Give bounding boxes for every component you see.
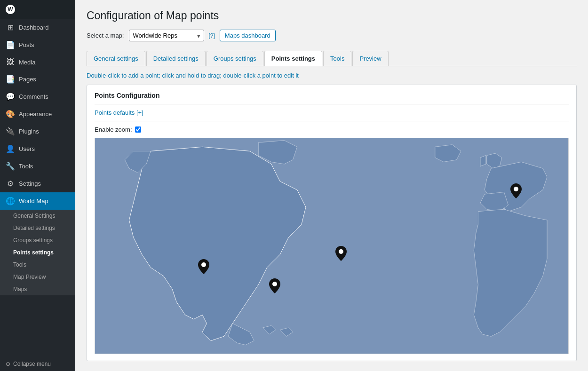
sidebar-item-plugins[interactable]: 🔌Plugins <box>0 123 75 140</box>
tabs-row: General settingsDetailed settingsGroups … <box>87 51 577 66</box>
enable-zoom-checkbox[interactable] <box>135 126 141 133</box>
enable-zoom-row: Enable zoom: <box>95 126 569 133</box>
groups-settings-tab[interactable]: Groups settings <box>207 51 263 66</box>
config-box-title: Points Configuration <box>95 92 569 99</box>
sidebar-item-label: Plugins <box>19 128 39 135</box>
page-title: Configuration of Map points <box>87 9 577 22</box>
sidebar-item-posts[interactable]: 📄Posts <box>0 36 75 54</box>
main-content: Configuration of Map points Select a map… <box>75 0 588 371</box>
appearance-icon: 🎨 <box>6 110 15 118</box>
enable-zoom-label: Enable zoom: <box>95 126 132 133</box>
preview-tab[interactable]: Preview <box>352 51 388 66</box>
collapse-menu-button[interactable]: ⊙ Collapse menu <box>0 357 75 371</box>
sidebar-item-label: Tools <box>19 163 33 170</box>
map-container[interactable] <box>95 138 569 354</box>
submenu-item-groups-settings[interactable]: Groups settings <box>0 234 75 246</box>
instruction-text: Double-click to add a point; click and h… <box>87 72 577 79</box>
sidebar-item-media[interactable]: 🖼Media <box>0 54 75 71</box>
submenu-item-map-preview[interactable]: Map Preview <box>0 271 75 283</box>
sidebar-item-appearance[interactable]: 🎨Appearance <box>0 105 75 123</box>
sidebar-item-label: World Map <box>19 197 48 205</box>
tools-tab[interactable]: Tools <box>323 51 351 66</box>
sidebar: W ⊞Dashboard📄Posts🖼Media📑Pages💬Comments🎨… <box>0 0 75 371</box>
sidebar-item-world-map[interactable]: 🌐World Map <box>0 192 75 210</box>
submenu-item-tools-sub[interactable]: Tools <box>0 259 75 271</box>
wp-logo-icon: W <box>6 5 15 14</box>
detailed-settings-tab[interactable]: Detailed settings <box>146 51 206 66</box>
sidebar-item-dashboard[interactable]: ⊞Dashboard <box>0 19 75 36</box>
map-selector-row: Select a map: Worldwide Reps [?] Maps da… <box>87 30 577 41</box>
sidebar-logo: W <box>0 0 75 19</box>
users-icon: 👤 <box>6 144 15 153</box>
map-select[interactable]: Worldwide Reps <box>129 30 204 41</box>
submenu-item-maps[interactable]: Maps <box>0 283 75 295</box>
sidebar-item-tools[interactable]: 🔧Tools <box>0 158 75 175</box>
world-map-svg <box>95 138 568 354</box>
maps-dashboard-button[interactable]: Maps dashboard <box>220 30 276 41</box>
map-select-wrapper[interactable]: Worldwide Reps <box>129 30 204 41</box>
comments-icon: 💬 <box>6 92 15 101</box>
collapse-icon: ⊙ <box>6 361 10 367</box>
plugins-icon: 🔌 <box>6 127 15 136</box>
submenu-item-detailed-settings[interactable]: Detailed settings <box>0 222 75 234</box>
collapse-label: Collapse menu <box>13 361 51 367</box>
world-map-submenu: General SettingsDetailed settingsGroups … <box>0 210 75 295</box>
sidebar-item-label: Users <box>19 145 35 152</box>
sidebar-item-label: Dashboard <box>19 24 49 31</box>
submenu-item-points-settings[interactable]: Points settings <box>0 246 75 259</box>
general-settings-tab[interactable]: General settings <box>87 51 145 66</box>
posts-icon: 📄 <box>6 40 15 49</box>
sidebar-item-label: Media <box>19 59 35 66</box>
sidebar-item-users[interactable]: 👤Users <box>0 140 75 158</box>
tools-icon: 🔧 <box>6 162 15 171</box>
content-area: Configuration of Map points Select a map… <box>75 0 588 371</box>
sidebar-item-label: Appearance <box>19 111 52 118</box>
settings-icon: ⚙ <box>6 179 15 188</box>
points-settings-tab[interactable]: Points settings <box>264 51 322 66</box>
pages-icon: 📑 <box>6 75 15 84</box>
help-link[interactable]: [?] <box>209 32 215 39</box>
sidebar-item-label: Comments <box>19 93 48 100</box>
sidebar-item-label: Pages <box>19 76 36 83</box>
world-map-icon: 🌐 <box>6 197 15 205</box>
points-config-box: Points Configuration Points defaults [+]… <box>87 85 577 361</box>
sidebar-item-comments[interactable]: 💬Comments <box>0 88 75 105</box>
submenu-item-general-settings[interactable]: General Settings <box>0 210 75 222</box>
map-selector-label: Select a map: <box>87 32 124 39</box>
sidebar-nav: ⊞Dashboard📄Posts🖼Media📑Pages💬Comments🎨Ap… <box>0 19 75 210</box>
points-defaults-link[interactable]: Points defaults [+] <box>95 109 143 116</box>
sidebar-item-settings[interactable]: ⚙Settings <box>0 175 75 192</box>
dashboard-icon: ⊞ <box>6 23 15 32</box>
media-icon: 🖼 <box>6 58 15 66</box>
sidebar-item-label: Settings <box>19 180 41 187</box>
sidebar-item-pages[interactable]: 📑Pages <box>0 71 75 88</box>
sidebar-item-label: Posts <box>19 41 34 48</box>
